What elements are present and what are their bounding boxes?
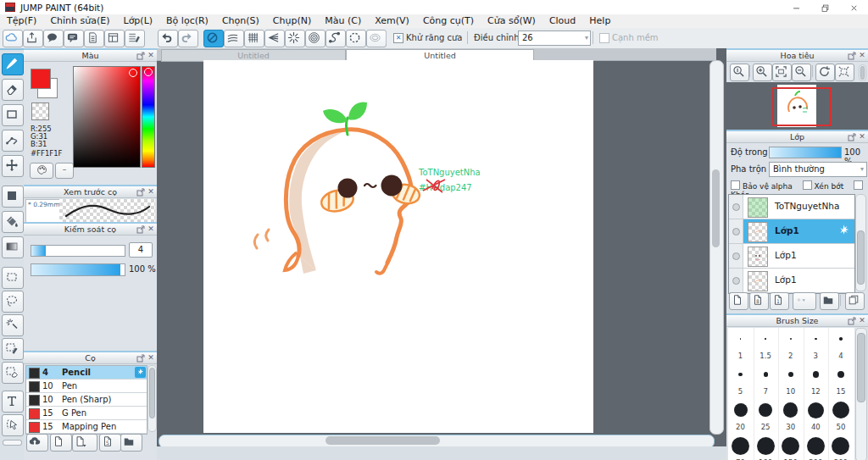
popout-icon[interactable] bbox=[136, 225, 145, 234]
close-icon[interactable]: ✕ bbox=[858, 50, 866, 61]
tool-polyline[interactable] bbox=[2, 130, 24, 152]
menu-item-1[interactable]: Chỉnh sửa(E) bbox=[43, 14, 116, 28]
brush-size-1.5[interactable]: 1.5 bbox=[754, 328, 778, 363]
layer-8bit-button[interactable]: 8 bbox=[749, 292, 769, 310]
brush-item-pen-sharp-[interactable]: 10 Pen (Sharp) bbox=[26, 393, 147, 407]
snap-figure-button[interactable] bbox=[346, 30, 366, 47]
soft-edge-checkbox[interactable] bbox=[599, 33, 609, 43]
brush-size-15[interactable]: 15 bbox=[828, 363, 853, 399]
tool-operate[interactable] bbox=[2, 414, 24, 436]
antialias-checkbox[interactable]: ✕ bbox=[393, 33, 403, 43]
panel-layout-button[interactable] bbox=[104, 30, 125, 47]
brush-size-70[interactable]: 70 bbox=[728, 435, 753, 460]
zoom-in-button[interactable] bbox=[753, 64, 772, 81]
layer-visibility-cell[interactable] bbox=[729, 269, 743, 292]
snap-parallel-button[interactable] bbox=[224, 30, 244, 47]
popout-icon[interactable] bbox=[848, 52, 856, 60]
brush-size-200[interactable]: 200 bbox=[804, 435, 828, 460]
menu-item-2[interactable]: Lớp(L) bbox=[117, 14, 160, 28]
layer-opacity-slider[interactable] bbox=[769, 147, 842, 158]
brush-size-10[interactable]: 10 bbox=[778, 363, 803, 399]
hue-bar[interactable] bbox=[142, 66, 155, 168]
layer-add-menu-button[interactable]: + bbox=[793, 292, 816, 310]
tool-magic-wand[interactable] bbox=[2, 314, 24, 336]
popout-icon[interactable] bbox=[136, 52, 145, 60]
close-icon[interactable]: ✕ bbox=[858, 315, 866, 326]
brush-size-100[interactable]: 100 bbox=[754, 435, 778, 460]
brush-opacity-slider[interactable] bbox=[31, 263, 125, 276]
tool-eraser[interactable] bbox=[2, 79, 24, 101]
close-icon[interactable]: ✕ bbox=[858, 131, 866, 142]
layer-row-2[interactable]: Lớp1 bbox=[729, 244, 854, 269]
tool-strip-scrollbar[interactable] bbox=[3, 440, 22, 446]
tool-bucket[interactable] bbox=[2, 211, 24, 233]
brush-size-scrollbar[interactable] bbox=[855, 328, 867, 460]
snap-circle-button[interactable] bbox=[305, 30, 326, 47]
layer-visibility-cell[interactable] bbox=[729, 219, 743, 243]
brush-size-12[interactable]: 12 bbox=[804, 363, 828, 399]
brush-item-pencil[interactable]: 4 Pencil bbox=[26, 366, 147, 380]
brush-size-150[interactable]: 150 bbox=[778, 435, 803, 460]
navigator-view-rect[interactable] bbox=[772, 87, 832, 126]
brush-upload-button[interactable] bbox=[26, 434, 48, 452]
layer-folder-button[interactable] bbox=[820, 292, 839, 310]
transparent-color-swatch[interactable] bbox=[31, 103, 49, 120]
menu-item-9[interactable]: Cửa sổ(W) bbox=[481, 14, 542, 28]
navigator-scrollbar[interactable] bbox=[859, 64, 866, 81]
cloud-button[interactable] bbox=[3, 30, 23, 47]
brush-size-20[interactable]: 20 bbox=[728, 399, 753, 435]
brush-new-menu-button[interactable] bbox=[72, 434, 97, 452]
edit-grid-button[interactable] bbox=[125, 30, 145, 47]
menu-item-7[interactable]: Xem(V) bbox=[368, 14, 416, 28]
layer-visibility-cell[interactable] bbox=[729, 244, 743, 268]
popout-icon[interactable] bbox=[848, 317, 856, 325]
menu-item-3[interactable]: Bộ lọc(R) bbox=[159, 14, 215, 28]
layer-row-3[interactable]: Lớp1 bbox=[729, 269, 854, 293]
layer-new-button[interactable] bbox=[729, 292, 748, 310]
clipping-checkbox[interactable] bbox=[803, 180, 812, 190]
close-icon[interactable]: ✕ bbox=[147, 186, 155, 197]
lock-checkbox[interactable] bbox=[854, 180, 863, 190]
undo-button[interactable] bbox=[158, 30, 178, 47]
layer-visibility-cell[interactable] bbox=[729, 195, 743, 219]
menu-item-4[interactable]: Chọn(S) bbox=[215, 14, 266, 28]
layer-settings-button[interactable] bbox=[837, 224, 851, 238]
brush-list-scrollbar[interactable] bbox=[147, 365, 157, 432]
brush-script-button[interactable]: S bbox=[99, 434, 121, 452]
snap-ellipse-button[interactable] bbox=[366, 30, 387, 47]
rotate-reset-button[interactable] bbox=[815, 64, 835, 81]
canvas-vertical-scrollbar[interactable] bbox=[709, 60, 724, 435]
brush-folder-button[interactable] bbox=[120, 434, 142, 452]
layer-row-1[interactable]: Lớp1 bbox=[729, 219, 854, 244]
layer-list-scrollbar[interactable] bbox=[855, 194, 866, 291]
close-icon[interactable]: ✕ bbox=[147, 352, 155, 363]
tool-move[interactable] bbox=[2, 155, 24, 177]
snap-radial-button[interactable] bbox=[285, 30, 305, 47]
chat-button[interactable] bbox=[43, 30, 64, 47]
brush-size-7[interactable]: 7 bbox=[754, 363, 778, 399]
brush-size-2[interactable]: 2 bbox=[778, 328, 803, 363]
popout-icon[interactable] bbox=[136, 354, 145, 363]
color-gradient-square[interactable] bbox=[73, 66, 141, 168]
zoom-out-button[interactable] bbox=[792, 64, 811, 81]
palette-button[interactable] bbox=[30, 163, 53, 179]
crop-view-button[interactable] bbox=[835, 64, 854, 81]
tool-gradient[interactable] bbox=[2, 236, 24, 258]
layer-row-0[interactable]: ToTNguyetNha bbox=[729, 195, 854, 219]
tool-shape[interactable] bbox=[2, 104, 24, 126]
tool-select-rect[interactable] bbox=[2, 267, 24, 289]
adjust-combobox[interactable]: 26▾ bbox=[518, 30, 591, 46]
tool-select-pen[interactable] bbox=[2, 338, 24, 360]
menu-item-8[interactable]: Công cụ(T) bbox=[416, 14, 481, 28]
navigator-viewport[interactable] bbox=[726, 82, 868, 130]
brush-size-25[interactable]: 25 bbox=[754, 399, 778, 435]
snap-off-button[interactable] bbox=[203, 30, 224, 47]
brush-size-50[interactable]: 50 bbox=[828, 399, 853, 435]
brush-item-g-pen[interactable]: 15 G Pen bbox=[26, 407, 147, 420]
snap-grid-button[interactable] bbox=[244, 30, 264, 47]
popout-icon[interactable] bbox=[136, 188, 145, 197]
brush-item-pen[interactable]: 10 Pen bbox=[26, 380, 147, 393]
brush-size-300[interactable]: 300 bbox=[828, 435, 853, 460]
menu-item-5[interactable]: Chụp(N) bbox=[266, 14, 318, 28]
tool-brush[interactable] bbox=[2, 53, 24, 75]
